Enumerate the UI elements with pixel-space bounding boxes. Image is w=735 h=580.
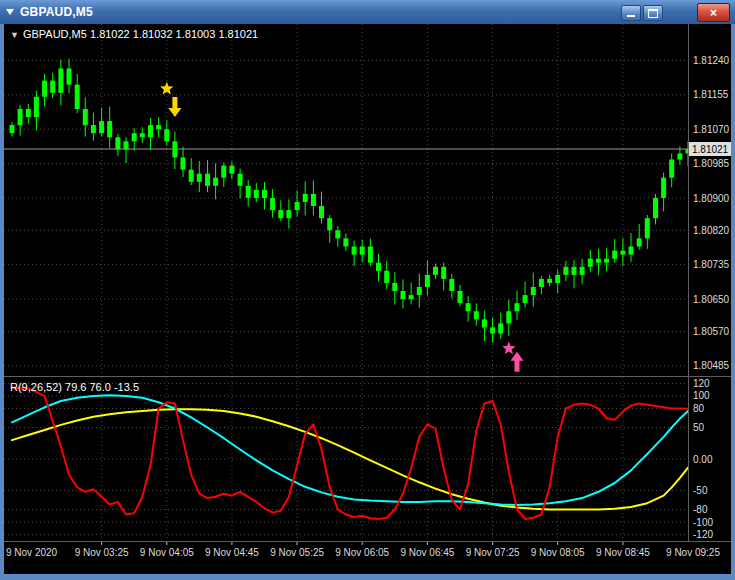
title-bar[interactable]: GBPAUD,M5 ×: [0, 0, 735, 24]
svg-text:9 Nov 06:05: 9 Nov 06:05: [335, 547, 389, 558]
svg-text:9 Nov 08:45: 9 Nov 08:45: [596, 547, 650, 558]
svg-text:1.81155: 1.81155: [693, 89, 729, 100]
sell-arrow-icon[interactable]: [168, 97, 181, 117]
svg-text:9 Nov 2020: 9 Nov 2020: [6, 547, 58, 558]
time-axis[interactable]: 9 Nov 20209 Nov 03:259 Nov 04:059 Nov 04…: [4, 542, 731, 574]
svg-text:1.81070: 1.81070: [693, 124, 730, 135]
window-title: GBPAUD,M5: [20, 5, 93, 19]
svg-text:9 Nov 06:45: 9 Nov 06:45: [400, 547, 454, 558]
svg-text:1.80735: 1.80735: [693, 259, 730, 270]
svg-text:1.80650: 1.80650: [693, 294, 730, 305]
close-button[interactable]: ×: [697, 3, 730, 22]
restore-button[interactable]: [643, 5, 663, 21]
indicator-line-yellow: [12, 409, 688, 509]
price-grid: [4, 24, 688, 376]
svg-text:1.80900: 1.80900: [693, 193, 730, 204]
price-scale[interactable]: 1.812401.811551.810701.809851.809001.808…: [689, 24, 731, 376]
svg-text:50: 50: [693, 422, 705, 433]
minimize-icon: [627, 15, 635, 17]
svg-text:9 Nov 09:25: 9 Nov 09:25: [666, 547, 720, 558]
window-controls: [619, 5, 663, 21]
one-click-trading-icon[interactable]: ▼: [10, 30, 19, 40]
indicator-canvas[interactable]: [4, 377, 688, 541]
signal-markers: [160, 82, 523, 372]
indicator-label: R(9,26,52) 79.6 76.0 -13.5: [10, 381, 139, 393]
svg-text:1.80570: 1.80570: [693, 326, 730, 337]
chart-window: GBPAUD,M5 × 1.812401.811551.810701.80985…: [0, 0, 735, 580]
price-chart-canvas[interactable]: [4, 24, 688, 376]
svg-text:-100: -100: [693, 517, 713, 528]
candles: [10, 59, 689, 343]
current-price-badge: 1.81021: [689, 142, 731, 156]
symbol-ohlc-label: ▼GBPAUD,M5 1.81022 1.81032 1.81003 1.810…: [10, 28, 258, 40]
chart-area: 1.812401.811551.810701.809851.809001.808…: [4, 24, 731, 574]
indicator-grid: [4, 377, 688, 541]
price-scale-labels: 1.812401.811551.810701.809851.809001.808…: [693, 55, 730, 372]
svg-text:-50: -50: [693, 485, 708, 496]
svg-text:1.81021: 1.81021: [692, 144, 729, 155]
minimize-button[interactable]: [621, 5, 641, 21]
svg-text:1.80985: 1.80985: [693, 158, 730, 169]
svg-text:0.00: 0.00: [693, 454, 713, 465]
buy-arrow-icon[interactable]: [511, 352, 524, 372]
svg-text:100: 100: [693, 390, 710, 401]
indicator-scale[interactable]: 12010080500.00-50-80-100-120: [689, 377, 731, 541]
svg-text:9 Nov 07:25: 9 Nov 07:25: [466, 547, 520, 558]
svg-text:-80: -80: [693, 504, 708, 515]
signal-star-icon[interactable]: [502, 342, 515, 355]
svg-text:9 Nov 03:25: 9 Nov 03:25: [75, 547, 129, 558]
time-axis-labels: 9 Nov 20209 Nov 03:259 Nov 04:059 Nov 04…: [6, 542, 720, 558]
indicator-scale-labels: 12010080500.00-50-80-100-120: [693, 378, 713, 540]
svg-text:9 Nov 08:05: 9 Nov 08:05: [531, 547, 585, 558]
svg-text:120: 120: [693, 378, 710, 389]
svg-text:9 Nov 04:45: 9 Nov 04:45: [205, 547, 259, 558]
svg-text:1.80820: 1.80820: [693, 225, 730, 236]
close-icon: ×: [710, 6, 717, 20]
svg-text:1.80485: 1.80485: [693, 360, 730, 371]
svg-text:-120: -120: [693, 529, 713, 540]
restore-icon: [648, 9, 658, 18]
svg-text:1.81240: 1.81240: [693, 55, 730, 66]
svg-text:9 Nov 05:25: 9 Nov 05:25: [270, 547, 324, 558]
svg-text:80: 80: [693, 403, 705, 414]
svg-text:9 Nov 04:05: 9 Nov 04:05: [140, 547, 194, 558]
chart-window-icon: [6, 9, 14, 15]
ohlc-text: GBPAUD,M5 1.81022 1.81032 1.81003 1.8102…: [23, 28, 258, 40]
